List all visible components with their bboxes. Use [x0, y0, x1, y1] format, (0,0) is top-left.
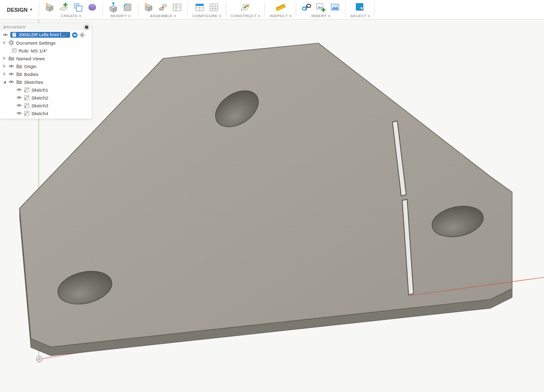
fillet-button[interactable]	[122, 1, 133, 13]
inspect-menu[interactable]: INSPECT▾	[269, 14, 291, 18]
document-icon	[12, 32, 17, 37]
toolbar-group-configure: CONFIGURE▾	[188, 0, 226, 19]
select-window-icon	[355, 2, 365, 13]
gear-icon	[8, 40, 14, 46]
origin-point[interactable]	[36, 356, 42, 362]
visibility-eye-icon[interactable]	[16, 88, 22, 92]
assemble-menu[interactable]: ASSEMBLE▾	[150, 14, 176, 18]
rigid-group-table-icon	[172, 2, 182, 13]
browser-panel: BROWSER 200SLDR Lefts front foot2... M D…	[0, 23, 92, 119]
chevron-down-icon: ▾	[219, 14, 221, 18]
insert-link-icon	[301, 2, 312, 13]
configuration-grid-icon	[208, 2, 219, 13]
create-form-button[interactable]	[86, 1, 98, 13]
joint-button[interactable]	[157, 1, 169, 13]
configuration-grid-button[interactable]	[208, 1, 220, 13]
configuration-table-button[interactable]	[194, 1, 206, 13]
chevron-down-icon: ▾	[259, 14, 260, 18]
insert-image-button[interactable]	[329, 1, 341, 13]
caret-right-icon[interactable]	[2, 64, 6, 68]
new-component-icon	[44, 2, 55, 13]
caret-expanded-icon[interactable]	[2, 80, 6, 84]
toolbar-group-modify: MODIFY▾	[103, 0, 138, 19]
visibility-eye-icon[interactable]	[8, 80, 14, 84]
visibility-eye-icon[interactable]	[2, 33, 8, 37]
derive-icon	[73, 2, 83, 13]
create-sketch-icon	[58, 2, 69, 13]
caret-right-icon[interactable]	[2, 72, 6, 76]
browser-item-sketch2[interactable]: Sketch2	[0, 94, 92, 101]
chevron-down-icon: ▾	[79, 14, 81, 18]
visibility-eye-icon[interactable]	[16, 111, 22, 115]
toolbar-group-insert: INSERT▾	[296, 0, 345, 19]
folder-icon	[8, 56, 14, 61]
construction-plane-button[interactable]	[239, 1, 251, 13]
chevron-down-icon: ▾	[129, 14, 130, 18]
browser-item-units-rule[interactable]: Rule: MS 1/4"	[0, 47, 92, 54]
toolbar: DESIGN ▾ CREATE▾ MODIFY▾	[0, 0, 544, 20]
press-pull-button[interactable]	[107, 1, 119, 13]
toolbar-divider	[374, 2, 375, 17]
milestone-badge[interactable]: M	[72, 32, 78, 38]
rule-icon	[12, 48, 17, 53]
assemble-new-component-button[interactable]	[143, 1, 155, 13]
create-menu[interactable]: CREATE▾	[61, 14, 81, 18]
browser-item-bodies[interactable]: Bodies	[0, 70, 92, 78]
root-document-label: 200SLDR Lefts front foot2...	[19, 32, 68, 37]
select-button[interactable]	[354, 1, 366, 13]
derive-button[interactable]	[72, 1, 84, 13]
browser-item-sketch3[interactable]: Sketch3	[0, 101, 92, 109]
press-pull-icon	[108, 2, 119, 13]
toolbar-group-select: SELECT▾	[346, 0, 374, 19]
create-sketch-button[interactable]	[58, 1, 70, 13]
select-menu[interactable]: SELECT▾	[350, 14, 370, 18]
insert-canvas-button[interactable]	[315, 1, 327, 13]
sketch-icon	[24, 87, 29, 93]
design-workspace-menu[interactable]: DESIGN ▾	[0, 0, 39, 19]
chevron-down-icon: ▾	[368, 14, 370, 18]
insert-image-icon	[330, 2, 340, 13]
visibility-eye-icon[interactable]	[16, 103, 22, 107]
active-document-radio-icon[interactable]	[79, 32, 85, 38]
insert-menu[interactable]: INSERT▾	[311, 14, 331, 18]
browser-item-sketch4[interactable]: Sketch4	[0, 109, 92, 117]
joint-icon	[157, 2, 168, 13]
sketch-icon	[24, 103, 29, 108]
construction-plane-icon	[240, 2, 251, 13]
construct-menu[interactable]: CONSTRUCT▾	[231, 14, 260, 18]
configure-menu[interactable]: CONFIGURE▾	[192, 14, 221, 18]
new-component-button[interactable]	[44, 1, 55, 13]
modify-menu[interactable]: MODIFY▾	[110, 14, 130, 18]
configuration-table-icon	[194, 2, 205, 13]
fillet-icon	[122, 2, 133, 13]
caret-right-icon[interactable]	[2, 56, 6, 60]
browser-options-button[interactable]	[85, 25, 88, 29]
browser-item-sketch1[interactable]: Sketch1	[0, 86, 92, 94]
new-component-icon	[143, 2, 154, 13]
visibility-eye-icon[interactable]	[8, 64, 14, 68]
insert-canvas-icon	[315, 2, 326, 13]
measure-icon	[275, 2, 286, 13]
folder-icon	[16, 72, 22, 76]
application-window: DESIGN ▾ CREATE▾ MODIFY▾	[0, 0, 544, 392]
browser-item-root[interactable]: 200SLDR Lefts front foot2... M	[0, 31, 92, 39]
chevron-down-icon: ▾	[328, 14, 330, 18]
browser-title: BROWSER	[3, 25, 26, 29]
insert-link-button[interactable]	[301, 1, 312, 13]
browser-item-named-views[interactable]: Named Views	[0, 54, 92, 62]
chevron-down-icon: ▾	[174, 14, 176, 18]
sketch-icon	[24, 95, 29, 100]
browser-item-origin[interactable]: Origin	[0, 62, 92, 70]
caret-right-icon[interactable]	[2, 41, 6, 45]
browser-header: BROWSER	[0, 23, 92, 31]
folder-icon	[16, 64, 22, 69]
selected-document-highlight[interactable]: 200SLDR Lefts front foot2...	[10, 32, 70, 38]
measure-button[interactable]	[275, 1, 286, 13]
folder-icon	[16, 79, 22, 84]
visibility-eye-icon[interactable]	[16, 96, 22, 99]
chevron-down-icon: ▾	[30, 7, 32, 12]
browser-item-sketches[interactable]: Sketches	[0, 78, 92, 86]
browser-item-document-settings[interactable]: Document Settings	[0, 39, 92, 47]
rigid-group-button[interactable]	[171, 1, 183, 13]
visibility-eye-icon[interactable]	[8, 72, 14, 76]
